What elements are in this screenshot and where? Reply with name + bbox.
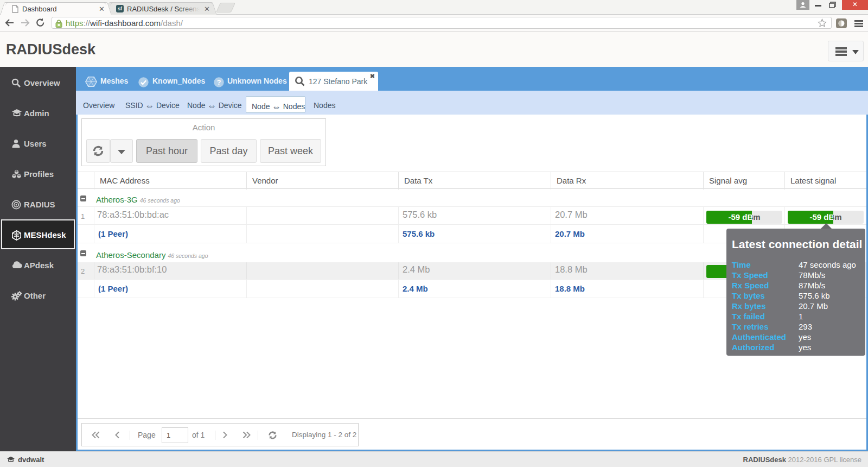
svg-text:?: ? [217, 79, 221, 86]
